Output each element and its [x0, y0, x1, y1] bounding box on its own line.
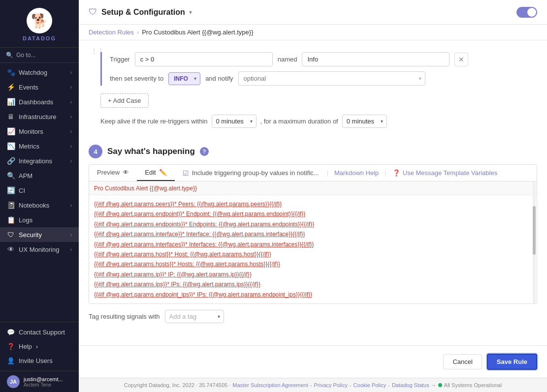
- editor-scrollbar-thumb[interactable]: [533, 206, 536, 255]
- include-group-by-checkbox[interactable]: ☑ Include triggering group-by values in …: [175, 165, 327, 181]
- help-nav-icon: ❓: [7, 343, 15, 350]
- sidebar-item-label: Watchdog: [19, 69, 47, 76]
- tag-row: Tag resulting signals with Add a tag ▾: [89, 310, 537, 323]
- sidebar-item-label: Events: [19, 84, 38, 91]
- sidebar-item-security[interactable]: 🛡 Security ›: [0, 227, 79, 242]
- message-template-link[interactable]: ❓ Use Message Template Variables: [386, 165, 503, 181]
- trigger-label: Trigger: [110, 56, 130, 63]
- main-content: 🛡 Setup & Configuration ▾ Detection Rule…: [79, 0, 547, 392]
- sidebar-item-help[interactable]: ❓ Help ›: [0, 339, 79, 354]
- sidebar-item-ci[interactable]: 🔄 CI: [0, 183, 79, 198]
- sidebar-item-integrations[interactable]: 🔗 Integrations ›: [0, 153, 79, 168]
- toggle-switch[interactable]: [516, 7, 537, 18]
- step-badge: 4: [89, 145, 102, 158]
- section4-help-icon[interactable]: ?: [200, 147, 209, 156]
- invite-icon: 👤: [7, 357, 15, 364]
- markdown-help-link[interactable]: Markdown Help: [328, 165, 385, 181]
- tab-edit[interactable]: Edit ✏️: [137, 165, 174, 181]
- question-icon: ❓: [392, 169, 400, 177]
- user-info: justin@arcemt... Arctem Tene: [24, 376, 63, 388]
- sidebar-bottom: 💬 Contact Support ❓ Help › 👤 Invite User…: [0, 322, 79, 371]
- editor-line-3: {{#if @wg.alert.params.interface}}* Inte…: [94, 229, 527, 239]
- chevron-right-icon: ›: [70, 99, 72, 105]
- search-area[interactable]: 🔍 Go to...: [0, 48, 79, 63]
- logo-area: 🐕 DATADOG: [0, 0, 79, 48]
- pencil-icon: ✏️: [159, 169, 167, 176]
- copyright-bar: Copyright Datadog, Inc. 2022 · 35.747450…: [79, 378, 547, 392]
- trigger-input[interactable]: [135, 52, 273, 66]
- editor-line-6: {{#if @wg.alert.params.hosts}}* Hosts: {…: [94, 259, 527, 269]
- brand-name: DATADOG: [23, 35, 56, 41]
- sidebar-item-dashboards[interactable]: 📊 Dashboards ›: [0, 94, 79, 109]
- master-agreement-link[interactable]: Master Subscription Agreement: [232, 382, 308, 388]
- keep-alive-select1[interactable]: 0 minutes: [212, 115, 257, 128]
- sidebar-item-ux[interactable]: 👁 UX Monitoring ›: [0, 242, 79, 257]
- copyright-text: Copyright Datadog, Inc. 2022 · 35.747450…: [124, 382, 231, 388]
- tab-preview[interactable]: Preview 👁: [89, 165, 137, 181]
- save-rule-button[interactable]: Save Rule: [487, 354, 537, 370]
- trigger-row: Trigger named ✕: [110, 52, 537, 66]
- cookie-policy-link[interactable]: Cookie Policy: [354, 382, 386, 388]
- sidebar-item-metrics[interactable]: 📉 Metrics ›: [0, 139, 79, 153]
- breadcrumb-parent-link[interactable]: Detection Rules: [89, 29, 134, 36]
- eye-icon: 👁: [123, 169, 129, 176]
- topbar-chevron-icon[interactable]: ▾: [189, 9, 192, 16]
- severity-select-wrap: INFO ▾: [168, 72, 200, 85]
- sidebar-item-contact-support[interactable]: 💬 Contact Support: [0, 325, 79, 339]
- sidebar-item-label: Dashboards: [19, 98, 53, 106]
- msg-template-label: Use Message Template Variables: [403, 169, 497, 177]
- notify-label: and notify: [205, 75, 233, 82]
- sidebar-item-label: Metrics: [19, 143, 39, 150]
- keep-alive-select2[interactable]: 0 minutes: [342, 115, 387, 128]
- rule-section: Trigger named ✕ then set severity to INF…: [100, 52, 537, 86]
- sidebar-item-events[interactable]: ⚡ Events ›: [0, 80, 79, 94]
- sidebar-item-label: Security: [19, 231, 42, 239]
- avatar: JA: [7, 375, 20, 388]
- chevron-right-icon: ›: [70, 85, 72, 90]
- sidebar-item-invite-users[interactable]: 👤 Invite Users: [0, 354, 79, 368]
- watchdog-icon: 🐾: [7, 68, 15, 76]
- user-profile[interactable]: JA justin@arcemt... Arctem Tene: [0, 371, 79, 392]
- delete-button[interactable]: ✕: [454, 53, 468, 66]
- severity-select[interactable]: INFO: [168, 72, 200, 85]
- status-dot-icon: [438, 383, 442, 387]
- chevron-right-icon: ›: [36, 343, 38, 350]
- contact-label: Contact Support: [19, 329, 65, 336]
- privacy-policy-link[interactable]: Privacy Policy: [314, 382, 347, 388]
- chevron-right-icon: ›: [70, 129, 72, 134]
- notify-input[interactable]: [238, 71, 425, 86]
- sidebar-item-logs[interactable]: 📋 Logs: [0, 212, 79, 227]
- tag-select[interactable]: Add a tag: [165, 310, 224, 323]
- cancel-button[interactable]: Cancel: [443, 354, 482, 369]
- notebooks-icon: 📓: [7, 201, 15, 209]
- notify-select-wrap: ▾: [238, 71, 425, 86]
- preview-label: Preview: [97, 169, 120, 176]
- editor-title-text: Pro Custodibus Alert {{@wg.alert.type}}: [94, 185, 197, 192]
- breadcrumb-separator: ›: [137, 29, 139, 36]
- keep-alive-row: Keep alive if the rule re-triggers withi…: [100, 115, 537, 128]
- sidebar-item-watchdog[interactable]: 🐾 Watchdog ›: [0, 65, 79, 80]
- user-name: justin@arcemt...: [24, 376, 63, 382]
- editor-body[interactable]: {{#if @wg.alert.params.peers}}* Peers: {…: [89, 195, 537, 303]
- editor-line-0: {{#if @wg.alert.params.peers}}* Peers: {…: [94, 199, 527, 209]
- sidebar-item-label: APM: [19, 172, 32, 180]
- datadog-status-link[interactable]: Datadog Status →: [392, 382, 436, 388]
- add-case-button[interactable]: + Add Case: [100, 93, 149, 108]
- named-input[interactable]: [302, 52, 450, 66]
- chevron-right-icon: ›: [70, 70, 72, 75]
- invite-label: Invite Users: [19, 357, 53, 364]
- severity-row: then set severity to INFO ▾ and notify ▾: [110, 71, 537, 86]
- page-title: Setup & Configuration: [101, 8, 185, 17]
- sidebar: 🐕 DATADOG 🔍 Go to... 🐾 Watchdog › ⚡ Even…: [0, 0, 79, 392]
- sidebar-item-monitors[interactable]: 📈 Monitors ›: [0, 124, 79, 139]
- severity-label: then set severity to: [110, 75, 163, 82]
- help-label: Help: [19, 343, 32, 350]
- named-label: named: [278, 56, 297, 63]
- search-trigger[interactable]: 🔍 Go to...: [6, 52, 73, 59]
- keep-alive-label-before: Keep alive if the rule re-triggers withi…: [100, 118, 208, 125]
- sidebar-item-apm[interactable]: 🔍 APM: [0, 168, 79, 183]
- footer-actions: Cancel Save Rule: [79, 345, 547, 378]
- sidebar-item-infrastructure[interactable]: 🖥 Infrastructure ›: [0, 109, 79, 124]
- chevron-right-icon: ›: [70, 114, 72, 120]
- sidebar-item-notebooks[interactable]: 📓 Notebooks ›: [0, 198, 79, 212]
